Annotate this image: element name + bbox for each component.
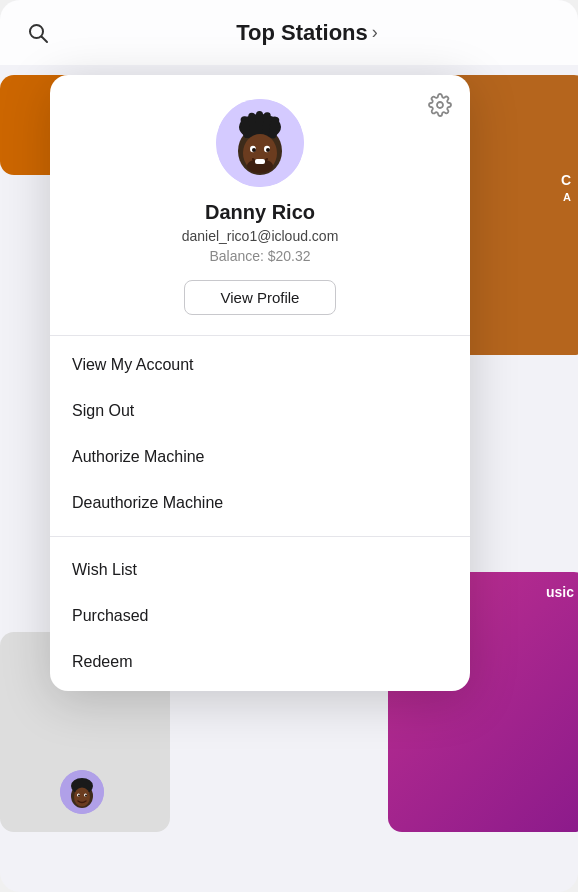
menu-item-authorize-machine[interactable]: Authorize Machine <box>50 434 470 480</box>
svg-point-13 <box>252 148 256 152</box>
svg-line-1 <box>42 36 48 42</box>
menu-item-wish-list[interactable]: Wish List <box>50 547 470 593</box>
svg-point-20 <box>74 788 90 807</box>
svg-point-23 <box>78 795 80 797</box>
svg-point-14 <box>266 148 270 152</box>
header: Top Stations › <box>0 0 578 65</box>
profile-section: Danny Rico daniel_rico1@icloud.com Balan… <box>50 75 470 335</box>
bg-card-purple-label: usic <box>546 584 574 600</box>
gear-icon[interactable] <box>428 93 452 123</box>
avatar <box>216 99 304 187</box>
bottom-avatar-small <box>60 770 104 814</box>
svg-point-24 <box>85 795 87 797</box>
svg-rect-7 <box>256 111 263 137</box>
header-title-area: Top Stations › <box>56 20 558 46</box>
menu-item-view-account[interactable]: View My Account <box>50 342 470 388</box>
header-chevron-icon: › <box>372 22 378 43</box>
user-email: daniel_rico1@icloud.com <box>182 228 339 244</box>
menu-section-2: Wish List Purchased Redeem <box>50 541 470 691</box>
svg-rect-16 <box>255 159 265 164</box>
bg-card-label: C A <box>503 160 578 216</box>
menu-section-1: View My Account Sign Out Authorize Machi… <box>50 336 470 532</box>
menu-item-purchased[interactable]: Purchased <box>50 593 470 639</box>
user-name: Danny Rico <box>205 201 315 224</box>
header-title: Top Stations <box>236 20 368 46</box>
menu-item-deauthorize-machine[interactable]: Deauthorize Machine <box>50 480 470 526</box>
search-button[interactable] <box>20 15 56 51</box>
user-balance: Balance: $20.32 <box>209 248 310 264</box>
account-dropdown: Danny Rico daniel_rico1@icloud.com Balan… <box>50 75 470 691</box>
section-divider-2 <box>50 536 470 537</box>
view-profile-button[interactable]: View Profile <box>184 280 337 315</box>
app-background: C A usic Top Stations › <box>0 0 578 892</box>
menu-item-redeem[interactable]: Redeem <box>50 639 470 685</box>
menu-item-sign-out[interactable]: Sign Out <box>50 388 470 434</box>
